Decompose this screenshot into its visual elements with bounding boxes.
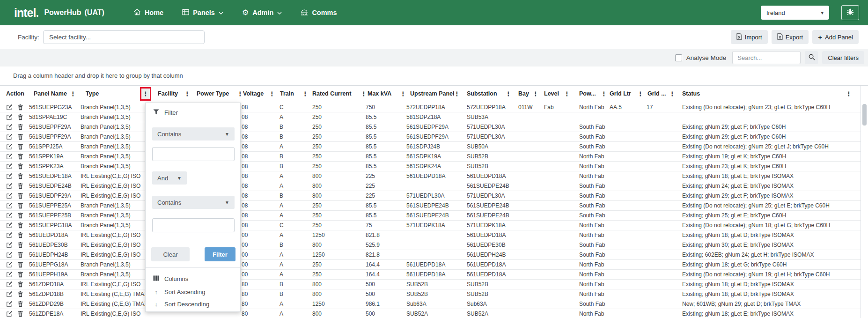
analyse-mode-checkbox[interactable] [675, 54, 682, 61]
delete-icon[interactable] [17, 202, 25, 210]
edit-icon[interactable] [6, 133, 14, 141]
edit-icon[interactable] [6, 104, 14, 111]
edit-icon[interactable] [6, 143, 14, 151]
column-header-grid-no[interactable]: Grid ... [647, 86, 666, 102]
clear-button[interactable]: Clear [151, 247, 190, 261]
edit-icon[interactable] [6, 301, 14, 308]
column-header-type[interactable]: Type [86, 86, 99, 102]
filter-operator-1-select[interactable]: Contains ▼ [152, 127, 235, 141]
edit-icon[interactable] [6, 212, 14, 220]
search-input[interactable] [732, 51, 801, 64]
column-menu-button-type-highlighted[interactable]: ⋮ [140, 87, 151, 101]
delete-icon[interactable] [17, 281, 25, 288]
export-button[interactable]: Export [772, 30, 809, 44]
delete-icon[interactable] [17, 232, 25, 239]
column-menu-button-panel-name[interactable]: ⋮ [69, 89, 77, 99]
delete-icon[interactable] [17, 133, 25, 141]
column-menu-button-pow[interactable]: ⋮ [600, 89, 608, 99]
edit-icon[interactable] [6, 124, 14, 131]
column-menu-button-grid-no[interactable]: ⋮ [669, 89, 676, 99]
column-menu-button-grid-ltr[interactable]: ⋮ [637, 89, 644, 99]
column-header-bay[interactable]: Bay [518, 86, 529, 102]
nav-item-admin[interactable]: ⚙ Admin [242, 9, 282, 16]
filter-button[interactable]: Filter [205, 247, 235, 261]
search-button[interactable] [805, 51, 818, 64]
scrollbar-thumb[interactable] [862, 104, 867, 126]
column-header-max-kva[interactable]: Max kVA [368, 86, 391, 102]
edit-icon[interactable] [6, 291, 14, 298]
nav-item-panels[interactable]: Panels [182, 9, 223, 17]
menu-item-sort-descending[interactable]: ↓ Sort Descending [146, 298, 240, 310]
edit-icon[interactable] [6, 114, 14, 121]
edit-icon[interactable] [6, 173, 14, 180]
edit-icon[interactable] [6, 261, 14, 269]
delete-icon[interactable] [17, 212, 25, 220]
edit-icon[interactable] [6, 192, 14, 200]
column-header-rated-current[interactable]: Rated Current [312, 86, 351, 102]
column-header-panel-name[interactable]: Panel Name [34, 86, 67, 102]
column-menu-button-max-kva[interactable]: ⋮ [399, 89, 407, 99]
edit-icon[interactable] [6, 153, 14, 161]
column-menu-button-end[interactable]: ⋮ [845, 89, 853, 99]
nav-item-comms[interactable]: Comms [301, 9, 337, 17]
column-header-grid-ltr[interactable]: Grid Ltr [610, 86, 631, 102]
column-header-power-type[interactable]: Power Type [197, 86, 229, 102]
delete-icon[interactable] [17, 183, 25, 190]
edit-icon[interactable] [6, 183, 14, 190]
delete-icon[interactable] [17, 242, 25, 249]
column-header-facility[interactable]: Facility [158, 86, 178, 102]
edit-icon[interactable] [6, 242, 14, 249]
column-header-train[interactable]: Train [280, 86, 294, 102]
filter-logic-select[interactable]: And ▼ [152, 171, 187, 185]
delete-icon[interactable] [17, 153, 25, 161]
delete-icon[interactable] [17, 301, 25, 308]
column-menu-button-rated-current[interactable]: ⋮ [360, 89, 368, 99]
column-menu-button-train[interactable]: ⋮ [302, 89, 309, 99]
add-panel-button[interactable]: + Add Panel [812, 30, 859, 44]
column-header-level[interactable]: Level [544, 86, 559, 102]
delete-icon[interactable] [17, 104, 25, 111]
delete-icon[interactable] [17, 114, 25, 121]
edit-icon[interactable] [6, 271, 14, 279]
delete-icon[interactable] [17, 261, 25, 269]
vertical-scrollbar[interactable] [861, 86, 868, 318]
filter-value-2-input[interactable] [152, 218, 235, 232]
column-menu-button-substation[interactable]: ⋮ [505, 89, 512, 99]
facility-select-input[interactable] [43, 30, 205, 44]
group-drop-zone[interactable]: Drag a column header and drop it here to… [0, 67, 868, 86]
import-button[interactable]: Import [731, 30, 768, 44]
edit-icon[interactable] [6, 251, 14, 259]
menu-item-columns[interactable]: Columns [146, 273, 240, 285]
delete-icon[interactable] [17, 163, 25, 170]
clear-filters-button[interactable]: Clear filters [822, 51, 864, 64]
delete-icon[interactable] [17, 291, 25, 298]
edit-icon[interactable] [6, 311, 14, 318]
column-menu-button-upstream-panel[interactable]: ⋮ [453, 89, 461, 99]
delete-icon[interactable] [17, 311, 25, 318]
bug-report-button[interactable] [841, 5, 859, 20]
delete-icon[interactable] [17, 124, 25, 131]
edit-icon[interactable] [6, 232, 14, 239]
delete-icon[interactable] [17, 222, 25, 229]
column-header-status[interactable]: Status [682, 86, 700, 102]
column-menu-button-level[interactable]: ⋮ [563, 89, 571, 99]
column-header-upstream-panel[interactable]: Upstream Panel [410, 86, 454, 102]
delete-icon[interactable] [17, 192, 25, 200]
filter-operator-2-select[interactable]: Contains ▼ [152, 196, 235, 209]
column-header-substation[interactable]: Substation [467, 86, 497, 102]
delete-icon[interactable] [17, 251, 25, 259]
region-select[interactable]: Ireland ▾ [761, 6, 829, 20]
column-menu-button-bay[interactable]: ⋮ [532, 89, 539, 99]
delete-icon[interactable] [17, 271, 25, 279]
column-header-action[interactable]: Action [6, 86, 24, 102]
edit-icon[interactable] [6, 222, 14, 229]
delete-icon[interactable] [17, 173, 25, 180]
edit-icon[interactable] [6, 281, 14, 288]
edit-icon[interactable] [6, 163, 14, 170]
menu-item-filter[interactable]: Filter [146, 106, 240, 118]
delete-icon[interactable] [17, 143, 25, 151]
column-menu-button-voltage[interactable]: ⋮ [268, 89, 276, 99]
column-header-voltage[interactable]: Voltage [243, 86, 264, 102]
column-menu-button-facility[interactable]: ⋮ [184, 89, 191, 99]
menu-item-sort-ascending[interactable]: ↑ Sort Ascending [146, 286, 240, 298]
